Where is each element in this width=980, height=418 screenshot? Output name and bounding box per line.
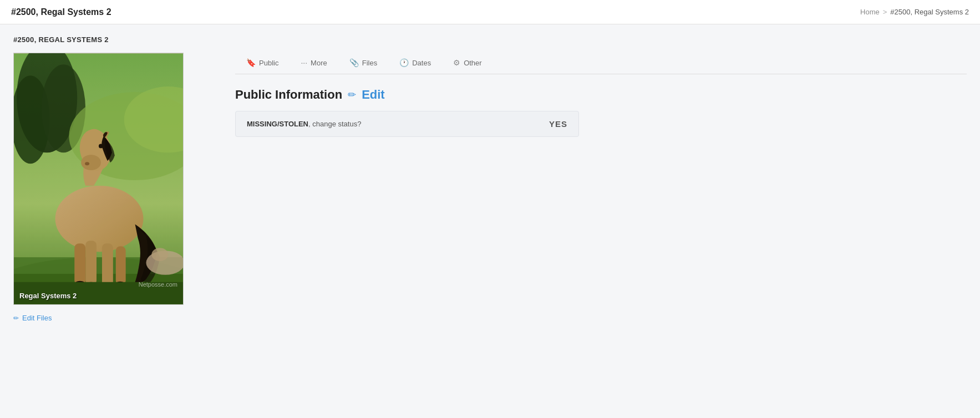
status-text: MISSING/STOLEN, change status?: [247, 120, 361, 128]
pencil-icon: ✏: [13, 314, 19, 322]
image-caption: Regal Systems 2: [19, 292, 77, 300]
status-banner: MISSING/STOLEN, change status? YES: [235, 111, 579, 137]
status-value: YES: [549, 119, 567, 129]
tab-public[interactable]: 🔖 Public: [235, 53, 290, 74]
page-title: #2500, Regal Systems 2: [11, 7, 111, 17]
dots-icon: ···: [301, 58, 307, 67]
edit-files-label: Edit Files: [22, 314, 52, 322]
record-title: #2500, REGAL SYSTEMS 2: [13, 35, 967, 44]
gear-icon: ⚙: [453, 58, 460, 67]
horse-image-svg: [14, 53, 183, 304]
edit-pencil-icon: ✏: [348, 89, 356, 101]
breadcrumb-current: #2500, Regal Systems 2: [890, 8, 969, 16]
tab-files[interactable]: 📎 Files: [338, 53, 388, 74]
main-layout: Regal Systems 2 Netposse.com ✏ Edit File…: [13, 53, 967, 322]
tabs-row: 🔖 Public ··· More 📎 Files 🕐 Dates ⚙: [235, 53, 967, 74]
horse-image: Regal Systems 2 Netposse.com: [13, 53, 184, 305]
breadcrumb: Home > #2500, Regal Systems 2: [860, 8, 969, 16]
tab-other[interactable]: ⚙ Other: [442, 53, 493, 74]
clock-icon: 🕐: [399, 58, 409, 67]
status-suffix: , change status?: [308, 120, 361, 128]
tab-other-label: Other: [464, 59, 482, 67]
right-panel: 🔖 Public ··· More 📎 Files 🕐 Dates ⚙: [235, 53, 967, 137]
left-panel: Regal Systems 2 Netposse.com ✏ Edit File…: [13, 53, 213, 322]
top-bar: #2500, Regal Systems 2 Home > #2500, Reg…: [0, 0, 980, 24]
tab-dates[interactable]: 🕐 Dates: [388, 53, 442, 74]
svg-rect-25: [14, 53, 183, 304]
tab-more[interactable]: ··· More: [290, 53, 338, 74]
edit-link[interactable]: Edit: [362, 88, 385, 102]
tab-public-label: Public: [259, 59, 278, 67]
tab-more-label: More: [311, 59, 327, 67]
section-header: Public Information ✏ Edit: [235, 88, 967, 102]
page-content: #2500, REGAL SYSTEMS 2: [0, 24, 980, 333]
tab-dates-label: Dates: [412, 59, 431, 67]
watermark: Netposse.com: [139, 281, 177, 288]
section-title: Public Information: [235, 88, 342, 102]
status-label: MISSING/STOLEN: [247, 120, 308, 128]
bookmark-icon: 🔖: [246, 58, 256, 67]
breadcrumb-home[interactable]: Home: [860, 8, 880, 16]
edit-files-link[interactable]: ✏ Edit Files: [13, 314, 213, 322]
breadcrumb-separator: >: [883, 8, 887, 16]
tab-files-label: Files: [362, 59, 377, 67]
paperclip-icon: 📎: [349, 58, 359, 67]
